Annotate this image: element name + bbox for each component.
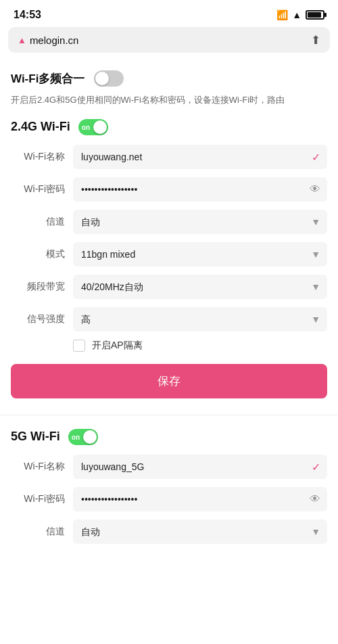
password-eye-icon[interactable]: 👁 <box>310 183 320 196</box>
wifi5-channel-select[interactable]: 自动 <box>73 520 327 544</box>
status-time: 14:53 <box>14 9 41 21</box>
channel-select-wrap: 自动 ▼ <box>73 210 327 234</box>
address-text: ▲ melogin.cn <box>18 34 78 46</box>
wifi5-password-eye-icon[interactable]: 👁 <box>310 493 320 505</box>
wifi5-channel-select-wrap: 自动 ▼ <box>73 520 327 544</box>
wifi5-password-label: Wi-Fi密码 <box>11 493 65 505</box>
wifi5-name-input[interactable] <box>73 455 327 479</box>
multiband-row: Wi-Fi多频合一 <box>11 68 327 89</box>
wifi5-password-input-wrap: 👁 <box>73 487 327 511</box>
wifi-24g-header: 2.4G Wi-Fi on <box>11 119 327 135</box>
section-divider <box>0 415 338 415</box>
bandwidth-select[interactable]: 40/20MHz自动 <box>73 275 327 299</box>
channel-row: 信道 自动 ▼ <box>11 210 327 234</box>
mode-label: 模式 <box>11 248 65 260</box>
wifi-password-label: Wi-Fi密码 <box>11 183 65 196</box>
multiband-toggle[interactable] <box>94 70 124 87</box>
wifi-5g-section: 5G Wi-Fi on Wi-Fi名称 ✓ Wi-Fi密码 👁 信道 <box>11 429 327 544</box>
wifi5-password-input[interactable] <box>73 487 327 511</box>
save-button[interactable]: 保存 <box>11 364 327 398</box>
wifi5-name-input-wrap: ✓ <box>73 455 327 479</box>
warning-icon: ▲ <box>18 35 26 45</box>
wifi-status-icon: ▲ <box>292 9 301 20</box>
mode-row: 模式 11bgn mixed ▼ <box>11 242 327 267</box>
mode-select[interactable]: 11bgn mixed <box>73 242 327 267</box>
wifi-5g-header: 5G Wi-Fi on <box>11 429 327 445</box>
wifi-24g-toggle[interactable]: on <box>78 119 108 135</box>
bandwidth-select-wrap: 40/20MHz自动 ▼ <box>73 275 327 299</box>
wifi-name-input-wrap: ✓ <box>73 145 327 169</box>
ap-isolation-label: 开启AP隔离 <box>92 340 143 352</box>
wifi-24g-section: 2.4G Wi-Fi on Wi-Fi名称 ✓ Wi-Fi密码 👁 信道 <box>11 119 327 398</box>
main-content: Wi-Fi多频合一 开启后2.4G和5G使用相同的Wi-Fi名称和密码，设备连接… <box>0 58 338 544</box>
wifi-5g-toggle[interactable]: on <box>68 429 98 445</box>
wifi-password-input-wrap: 👁 <box>73 177 327 202</box>
domain-text: melogin.cn <box>30 34 79 46</box>
signal-select-wrap: 高 ▼ <box>73 307 327 331</box>
address-bar[interactable]: ▲ melogin.cn ⬆ <box>8 27 330 53</box>
channel-select[interactable]: 自动 <box>73 210 327 234</box>
status-icons: 📶 ▲ <box>276 9 324 20</box>
wifi5-name-label: Wi-Fi名称 <box>11 461 65 473</box>
wifi-24g-title: 2.4G Wi-Fi <box>11 120 70 134</box>
ap-isolation-checkbox[interactable] <box>73 340 85 352</box>
wifi-5g-title: 5G Wi-Fi <box>11 430 60 444</box>
wifi-name-input[interactable] <box>73 145 327 169</box>
wifi-name-check-icon: ✓ <box>312 150 320 163</box>
signal-select[interactable]: 高 <box>73 307 327 331</box>
channel-label: 信道 <box>11 216 65 228</box>
wifi-name-label: Wi-Fi名称 <box>11 151 65 163</box>
status-bar: 14:53 📶 ▲ <box>0 0 338 27</box>
bandwidth-label: 频段带宽 <box>11 281 65 293</box>
mode-select-wrap: 11bgn mixed ▼ <box>73 242 327 267</box>
ap-isolation-row: 开启AP隔离 <box>73 340 327 352</box>
signal-row: 信号强度 高 ▼ <box>11 307 327 331</box>
signal-bars-icon: 📶 <box>276 9 288 20</box>
multiband-title: Wi-Fi多频合一 <box>11 71 84 87</box>
wifi-password-row: Wi-Fi密码 👁 <box>11 177 327 202</box>
battery-icon <box>306 10 324 20</box>
wifi-password-input[interactable] <box>73 177 327 202</box>
bandwidth-row: 频段带宽 40/20MHz自动 ▼ <box>11 275 327 299</box>
wifi5-name-row: Wi-Fi名称 ✓ <box>11 455 327 479</box>
multiband-description: 开启后2.4G和5G使用相同的Wi-Fi名称和密码，设备连接Wi-Fi时，路由 <box>11 93 327 107</box>
share-icon[interactable]: ⬆ <box>311 33 320 47</box>
wifi5-password-row: Wi-Fi密码 👁 <box>11 487 327 511</box>
signal-label: 信号强度 <box>11 313 65 325</box>
wifi5-channel-row: 信道 自动 ▼ <box>11 520 327 544</box>
wifi-name-row: Wi-Fi名称 ✓ <box>11 145 327 169</box>
wifi5-name-check-icon: ✓ <box>312 460 320 473</box>
wifi5-channel-label: 信道 <box>11 526 65 538</box>
